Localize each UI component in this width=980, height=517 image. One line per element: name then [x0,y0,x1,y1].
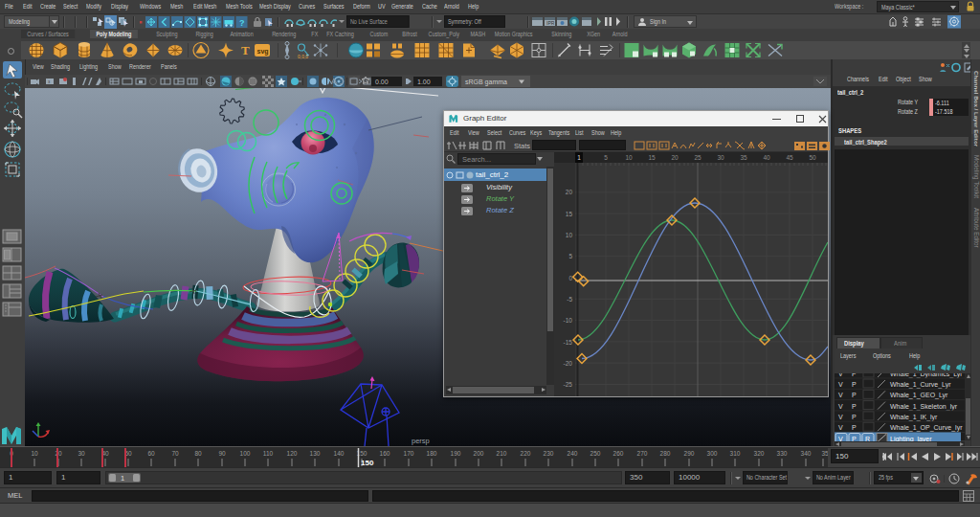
svg-text:180: 180 [427,450,437,457]
svg-text:120: 120 [287,450,298,457]
svg-text:20: 20 [55,450,62,457]
svg-text:340: 340 [801,450,812,457]
svg-text:-25: -25 [564,381,573,388]
svg-text:P: P [852,424,857,431]
svg-text:1.00: 1.00 [417,79,431,85]
svg-text:0: 0 [568,275,572,281]
svg-text:P: P [852,392,857,398]
svg-text:V: V [838,403,843,410]
svg-text:Whale_1_Dynamics_Lyr: Whale_1_Dynamics_Lyr [890,373,963,378]
svg-text:P: P [852,381,857,388]
svg-text:170: 170 [404,450,414,457]
svg-text:Whale_1_IK_lyr: Whale_1_IK_lyr [890,414,938,421]
svg-text:V: V [838,381,843,388]
svg-text:110: 110 [263,450,274,457]
svg-text:V: V [838,373,843,377]
svg-text:10: 10 [31,450,38,457]
svg-text:280: 280 [660,450,671,457]
svg-text:190: 190 [451,450,461,457]
svg-text:5: 5 [604,154,608,161]
svg-text:P: P [852,403,857,410]
svg-text:Whale_1_OP_Curve_lyr: Whale_1_OP_Curve_lyr [890,424,963,432]
svg-text:320: 320 [754,450,765,457]
svg-text:5: 5 [568,253,572,259]
svg-text:35: 35 [740,154,747,161]
svg-text:250: 250 [590,450,601,457]
svg-text:T: T [241,43,250,57]
svg-text:150: 150 [361,459,374,467]
svg-text:IPR: IPR [546,20,555,26]
svg-text:-10: -10 [564,317,573,324]
svg-text:-5: -5 [567,296,572,303]
svg-text:Whale_1_Curve_Lyr: Whale_1_Curve_Lyr [890,381,951,389]
svg-text:P: P [852,414,857,420]
svg-text:200: 200 [474,450,484,457]
svg-text:1: 1 [577,154,581,161]
svg-text:130: 130 [310,450,321,457]
svg-text:0,0,0: 0,0,0 [298,54,308,59]
svg-text:10: 10 [566,232,573,238]
svg-text:15: 15 [648,154,656,161]
svg-text:?: ? [239,18,245,28]
svg-text:15: 15 [566,211,573,217]
svg-text:V: V [838,392,843,398]
svg-text:persp: persp [412,437,430,445]
svg-text:270: 270 [637,450,648,457]
svg-text:25: 25 [694,154,702,161]
svg-text:-20: -20 [564,360,573,367]
svg-text:310: 310 [730,450,741,457]
svg-text:svg: svg [257,48,269,56]
svg-text:40: 40 [763,154,770,161]
svg-text:60: 60 [147,450,155,457]
svg-text:90: 90 [218,450,226,457]
svg-text:70: 70 [171,450,179,457]
svg-text:20: 20 [566,189,573,195]
svg-text:140: 140 [334,450,345,457]
svg-text:45: 45 [786,154,793,161]
svg-text:V: V [838,414,843,420]
svg-text:P: P [852,373,857,377]
svg-text:50: 50 [809,154,816,161]
svg-text:160: 160 [380,450,390,457]
svg-text:V: V [838,424,843,431]
svg-text:30: 30 [717,154,724,161]
svg-text:0.00: 0.00 [375,79,389,85]
svg-text:260: 260 [613,450,624,457]
svg-text:sRGB gamma: sRGB gamma [465,79,507,86]
svg-text:80: 80 [194,450,202,457]
svg-text:210: 210 [497,450,507,457]
svg-text:100: 100 [240,450,251,457]
svg-text:230: 230 [544,450,554,457]
svg-text:Whale_1_Skeleton_lyr: Whale_1_Skeleton_lyr [890,403,958,411]
svg-text:-15: -15 [564,339,573,346]
svg-text:Whale_1_GEO_Lyr: Whale_1_GEO_Lyr [890,392,948,399]
svg-text:330: 330 [777,450,788,457]
svg-text:30: 30 [78,450,85,457]
svg-text:240: 240 [568,450,578,457]
svg-text:300: 300 [707,450,718,457]
svg-text:290: 290 [684,450,695,457]
svg-text:220: 220 [521,450,531,457]
svg-text:10: 10 [625,154,633,161]
svg-text:20: 20 [671,154,679,161]
